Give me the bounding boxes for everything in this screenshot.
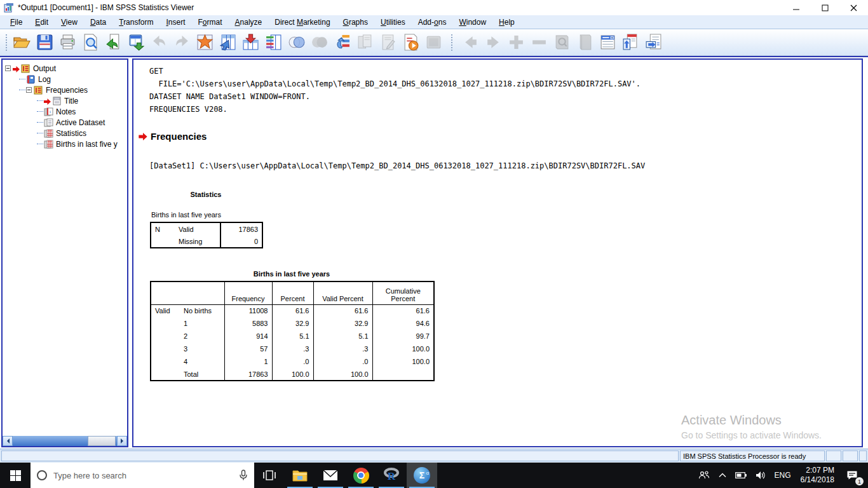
taskbar-clock[interactable]: 2:07 PM 6/14/2018 <box>796 466 839 485</box>
scroll-right-button[interactable] <box>117 436 127 446</box>
tree-item-statistics[interactable]: Statistics <box>4 128 126 139</box>
minimize-button[interactable] <box>782 0 811 15</box>
use-variable-sets-button[interactable] <box>285 32 308 53</box>
menu-utilities[interactable]: Utilities <box>374 17 412 28</box>
tree-connector <box>37 100 43 101</box>
tree-expander-icon[interactable] <box>5 65 11 71</box>
menu-view[interactable]: View <box>55 17 84 28</box>
tray-chevron-icon[interactable] <box>714 463 731 488</box>
goto-chart-button[interactable] <box>193 32 216 53</box>
insert-title-button[interactable] <box>619 32 642 53</box>
people-icon[interactable] <box>694 463 714 488</box>
goto-case-button[interactable] <box>239 32 262 53</box>
tree-item-births-in-last-five-y[interactable]: Births in last five y <box>4 139 126 149</box>
log-icon <box>26 75 36 84</box>
search-input[interactable] <box>53 471 233 480</box>
start-button[interactable] <box>0 463 31 488</box>
taskbar-app-r-studio[interactable]: R <box>376 463 407 488</box>
menu-window[interactable]: Window <box>452 17 492 28</box>
print-button[interactable] <box>56 32 79 53</box>
taskbar-search[interactable] <box>31 463 254 488</box>
volume-icon[interactable] <box>751 463 770 488</box>
menu-help[interactable]: Help <box>492 17 521 28</box>
save-document-button[interactable] <box>33 32 56 53</box>
menu-data[interactable]: Data <box>84 17 112 28</box>
close-button[interactable] <box>839 0 868 15</box>
taskbar-app-mail[interactable] <box>315 463 346 488</box>
taskbar-app-spss[interactable]: Σα <box>407 463 437 488</box>
print-preview-button[interactable] <box>79 32 102 53</box>
freq-stub-cell: 3 <box>180 342 224 355</box>
tree-item-title[interactable]: Title <box>4 95 126 106</box>
freq-data-row: 29145.15.199.7 <box>151 330 434 342</box>
battery-icon[interactable] <box>731 463 751 488</box>
stats-row: Missing0 <box>151 235 262 248</box>
menu-transform[interactable]: Transform <box>112 17 159 28</box>
outline-hscrollbar[interactable] <box>3 436 127 446</box>
language-indicator[interactable]: ENG <box>770 463 796 488</box>
open-data-document-button[interactable] <box>10 32 33 53</box>
scroll-track[interactable] <box>13 436 117 446</box>
select-last-output-button[interactable] <box>330 32 353 53</box>
freq-value-cell: .0 <box>272 355 313 368</box>
notification-badge: 1 <box>855 477 864 485</box>
notification-center-button[interactable]: 1 <box>839 463 865 488</box>
tree-item-notes[interactable]: iNotes <box>4 106 126 117</box>
menu-analyze[interactable]: Analyze <box>229 17 269 28</box>
freq-header-cell: Percent <box>272 281 313 304</box>
menu-graphs[interactable]: Graphs <box>337 17 374 28</box>
notes-icon: i <box>44 107 53 116</box>
tree-item-active-dataset[interactable]: Active Dataset <box>4 117 126 128</box>
watermark-line1: Activate Windows <box>681 413 822 428</box>
variables-button[interactable] <box>262 32 285 53</box>
outline-pane[interactable]: OutputLogFrequenciesTitleiNotesActive Da… <box>1 58 128 447</box>
task-view-button[interactable] <box>254 463 285 488</box>
freq-value-cell: .3 <box>272 342 313 355</box>
freq-value-cell: 57 <box>224 342 272 355</box>
tree-item-frequencies[interactable]: Frequencies <box>4 85 126 95</box>
tree-expander-icon[interactable] <box>26 87 32 93</box>
tree-item-label: Log <box>38 75 51 84</box>
freq-stub-cell <box>151 317 180 330</box>
frequency-table[interactable]: FrequencyPercentValid PercentCumulative … <box>150 281 435 381</box>
statistics-table[interactable]: NValid17863Missing0 <box>150 222 263 248</box>
menu-insert[interactable]: Insert <box>159 17 191 28</box>
menu-file[interactable]: File <box>4 17 29 28</box>
selected-arrow-icon <box>13 65 20 72</box>
menu-format[interactable]: Format <box>192 17 229 28</box>
insert-heading-button[interactable] <box>596 32 619 53</box>
freq-stub-cell: 1 <box>180 317 224 330</box>
run-script-button[interactable] <box>399 32 422 53</box>
freq-value-cell: 61.6 <box>372 304 434 317</box>
app-icon <box>4 3 14 13</box>
toolbar-separator <box>450 33 454 52</box>
scroll-left-button[interactable] <box>3 436 13 446</box>
export-output-button[interactable] <box>125 32 147 53</box>
clock-date: 6/14/2018 <box>801 475 834 485</box>
output-pane[interactable]: GET FILE='C:\Users\user\AppData\Local\Te… <box>132 58 863 447</box>
tree-connector <box>19 90 25 90</box>
menu-direct-marketing[interactable]: Direct Marketing <box>268 17 336 28</box>
scroll-thumb[interactable] <box>88 436 116 446</box>
tree-item-label: Births in last five y <box>56 140 118 149</box>
taskbar-apps: RΣα <box>285 463 437 488</box>
microphone-icon[interactable] <box>239 470 248 481</box>
freq-value-cell: .0 <box>313 355 372 368</box>
tree-item-log[interactable]: Log <box>4 74 126 85</box>
insert-text-button[interactable] <box>642 32 665 53</box>
tree-item-label: Output <box>33 64 56 73</box>
maximize-button[interactable] <box>811 0 839 15</box>
frequencies-heading: Frequencies <box>151 131 207 142</box>
goto-data-button[interactable] <box>216 32 239 53</box>
freq-header-row: FrequencyPercentValid PercentCumulative … <box>151 281 434 304</box>
recall-dialogs-button[interactable] <box>102 32 125 53</box>
table-icon <box>44 129 53 138</box>
menu-edit[interactable]: Edit <box>29 17 55 28</box>
tree-item-output[interactable]: Output <box>4 63 126 74</box>
tree-connector <box>37 133 43 133</box>
menu-add-ons[interactable]: Add-ons <box>412 17 453 28</box>
freq-value-cell: 100.0 <box>372 342 434 355</box>
taskbar-app-chrome[interactable] <box>346 463 376 488</box>
taskbar-app-file-explorer[interactable] <box>285 463 315 488</box>
freq-data-row: Total17863100.0100.0 <box>151 368 434 381</box>
